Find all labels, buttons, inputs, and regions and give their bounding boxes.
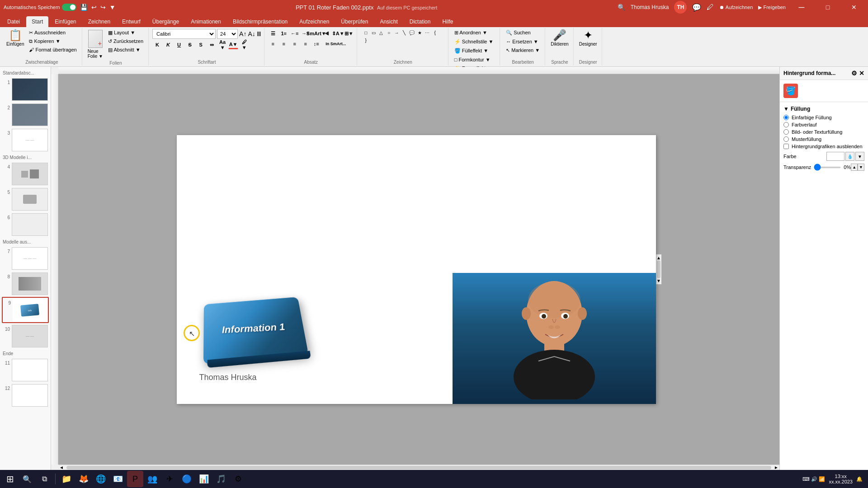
transparency-slider[interactable] <box>814 167 841 168</box>
list-num-button[interactable]: 1≡ <box>279 29 289 38</box>
slide-thumb-10[interactable]: 10 ── ── <box>2 324 49 348</box>
increase-font-icon[interactable]: A↑ <box>239 30 246 38</box>
font-color-button[interactable]: A▼ <box>228 40 238 49</box>
columns-button[interactable]: ⫷ <box>322 29 332 38</box>
scroll-right-btn[interactable]: ► <box>773 465 779 470</box>
close-button[interactable]: ✕ <box>844 0 864 14</box>
anordnen-button[interactable]: ⊞ Anordnen ▼ <box>452 29 490 37</box>
line-spacing-button[interactable]: ↕≡ <box>311 39 321 48</box>
list-bullet-button[interactable]: ☰ <box>268 29 278 38</box>
shape-more[interactable]: ⋯ <box>424 29 431 36</box>
tab-datei[interactable]: Datei <box>2 16 25 27</box>
radio-bild-input[interactable] <box>783 129 789 135</box>
color-swatch[interactable] <box>826 152 844 161</box>
shape-ellipse[interactable]: ○ <box>385 29 392 36</box>
ersetzen-button[interactable]: ↔ Ersetzen ▼ <box>504 38 540 45</box>
taskbar-explorer[interactable]: 📁 <box>58 471 75 487</box>
collapse-icon[interactable]: ▼ <box>783 106 789 112</box>
undo-icon[interactable]: ↩ <box>91 4 97 11</box>
taskbar-app3[interactable]: 🎵 <box>213 471 229 487</box>
shape-brace[interactable]: { <box>431 29 439 36</box>
info-key[interactable]: Information 1 <box>204 298 303 359</box>
bold-button[interactable]: K <box>152 40 162 49</box>
designer-button[interactable]: ✦ Designer <box>577 29 599 47</box>
save-icon[interactable]: 💾 <box>80 4 88 11</box>
shape-callout[interactable]: 💬 <box>408 29 415 36</box>
tab-bildschirm[interactable]: Bildschirmpräsentation <box>227 16 293 27</box>
notification-icon[interactable]: 🔔 <box>856 476 863 482</box>
shadow-button[interactable]: S <box>196 40 206 49</box>
scrollbar-bottom[interactable]: ◄ ► <box>58 465 779 470</box>
slide-thumb-9[interactable]: 9 Info <box>2 297 49 323</box>
slide-thumb-7[interactable]: 7 ── ── ── <box>2 246 49 271</box>
redo-icon[interactable]: ↪ <box>100 4 106 11</box>
align-left-button[interactable]: ≡ <box>268 39 278 48</box>
color-picker-btn[interactable]: ▼ <box>855 152 864 161</box>
shape-star[interactable]: ★ <box>416 29 423 36</box>
tab-start[interactable]: Start <box>26 16 48 27</box>
canvas-wrap[interactable]: Information 1 Thomas Hruska <box>58 74 779 465</box>
strikethrough-button[interactable]: S <box>185 40 195 49</box>
slide-thumb-3[interactable]: 3 ── ── <box>2 128 49 152</box>
radio-einfache-input[interactable] <box>783 115 789 120</box>
diktieren-button[interactable]: 🎤 Diktieren <box>549 29 570 47</box>
shape-triangle[interactable]: △ <box>377 29 385 36</box>
tab-einfuegen[interactable]: Einfügen <box>49 16 81 27</box>
tab-uebergaenge[interactable]: Übergänge <box>147 16 184 27</box>
tab-ueberpruefen[interactable]: Überprüfen <box>335 16 373 27</box>
panel-close-icon[interactable]: ✕ <box>859 70 864 77</box>
fuelleffekt-button[interactable]: 🪣 Fülleffekt ▼ <box>452 47 491 55</box>
tab-entwurf[interactable]: Entwurf <box>117 16 146 27</box>
text-direction-button[interactable]: ⇕A▼ <box>333 29 343 38</box>
tab-zeichnen[interactable]: Zeichnen <box>83 16 116 27</box>
autosave-toggle[interactable]: Automatisches Speichern <box>4 4 76 11</box>
search-icon[interactable]: 🔍 <box>618 4 625 11</box>
shape-round-rect[interactable]: ▭ <box>370 29 377 36</box>
kopieren-button[interactable]: ⧉ Kopieren ▼ <box>27 38 79 45</box>
formkontur-button[interactable]: □ Formkontur ▼ <box>452 56 493 63</box>
clear-format-icon[interactable]: Ⅲ <box>257 30 261 38</box>
abschnitt-button[interactable]: ▤ Abschnitt ▼ <box>106 46 146 54</box>
tab-animationen[interactable]: Animationen <box>185 16 226 27</box>
zuruecksetzen-button[interactable]: ↺ Zurücksetzen <box>106 38 146 45</box>
smartart-button[interactable]: SmArt▼ <box>311 29 321 38</box>
slide-thumb-2[interactable]: 2 <box>2 103 49 127</box>
layout-button[interactable]: ▦ Layout ▼ <box>106 29 146 37</box>
slide-thumb-11[interactable]: 11 <box>2 358 49 382</box>
indent-left-button[interactable]: ←≡ <box>290 29 300 38</box>
scroll-h-thumb[interactable] <box>66 466 771 469</box>
taskbar-app2[interactable]: 📊 <box>196 471 212 487</box>
taskbar-app4[interactable]: ⚙ <box>230 471 246 487</box>
transparenz-spin-down[interactable]: ▼ <box>858 164 864 171</box>
present-btn[interactable]: ▶ Freigeben <box>758 5 786 10</box>
align-justify-button[interactable]: ≡ <box>301 39 311 48</box>
color-dropper-btn[interactable]: 💧 <box>845 152 854 161</box>
einfuegen-button[interactable]: 📋 Einfügen <box>5 29 26 47</box>
smartart-convert-button[interactable]: In SmArt... <box>322 39 349 48</box>
search-button[interactable]: 🔍 <box>19 471 35 487</box>
scroll-down-btn[interactable]: ▼ <box>656 278 661 283</box>
scroll-left-btn[interactable]: ◄ <box>58 465 65 470</box>
checkbox-hide-graphics-input[interactable] <box>783 144 789 149</box>
highlight-button[interactable]: 🖊▼ <box>239 40 249 49</box>
maximize-button[interactable]: □ <box>817 0 838 14</box>
schnellstile-button[interactable]: ⚡ Schnellstile ▼ <box>452 38 496 46</box>
slide-thumb-8[interactable]: 8 <box>2 272 49 296</box>
slide-thumb-5[interactable]: 5 <box>2 187 49 211</box>
scrollbar-right[interactable]: ▲ ▼ <box>656 254 661 284</box>
slide-canvas[interactable]: Information 1 Thomas Hruska <box>177 135 656 404</box>
markieren-button[interactable]: ↖ Markieren ▼ <box>504 47 542 54</box>
start-button[interactable]: ⊞ <box>2 471 18 487</box>
spacing-button[interactable]: ⇔ <box>207 40 217 49</box>
shape-rect[interactable]: □ <box>362 29 369 36</box>
ausschneiden-button[interactable]: ✂ Ausschneiden <box>27 29 79 37</box>
align-center-button[interactable]: ≡ <box>279 39 289 48</box>
slide-thumb-4[interactable]: 4 <box>2 162 49 186</box>
taskbar-teams[interactable]: 👥 <box>144 471 160 487</box>
taskbar-outlook[interactable]: 📧 <box>110 471 126 487</box>
underline-button[interactable]: U <box>174 40 184 49</box>
taskbar-app1[interactable]: 🔵 <box>179 471 195 487</box>
tab-aufzeichnen[interactable]: Aufzeichnen <box>294 16 335 27</box>
taskview-button[interactable]: ⧉ <box>36 471 52 487</box>
radio-muster-input[interactable] <box>783 136 789 142</box>
